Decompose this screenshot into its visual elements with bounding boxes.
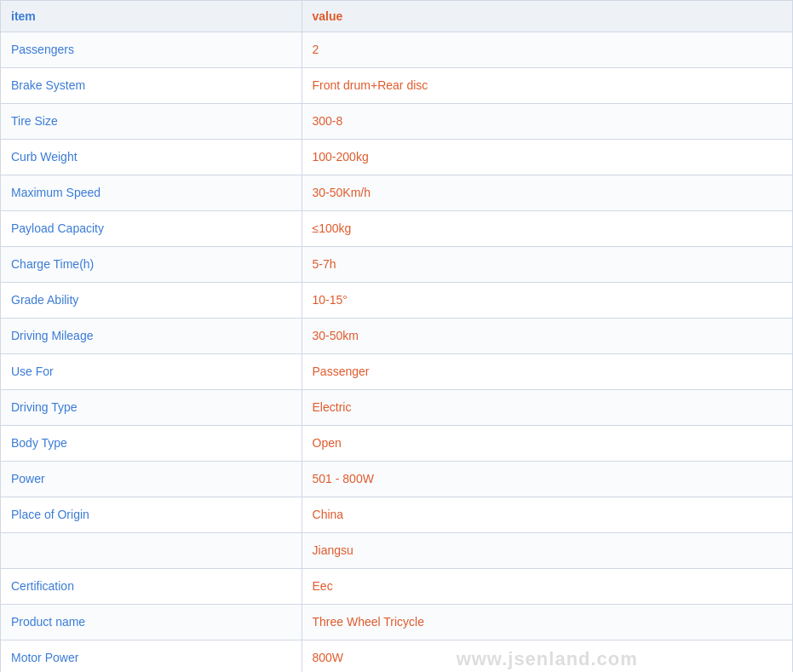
cell-item: Certification (1, 569, 302, 605)
cell-item: Passengers (1, 32, 302, 68)
cell-item: Place of Origin (1, 497, 302, 533)
cell-value: 30-50Km/h (302, 175, 792, 211)
cell-value: 2 (302, 32, 792, 68)
cell-value: 501 - 800W (302, 462, 792, 497)
table-row: Jiangsu (1, 533, 792, 569)
cell-item: Driving Type (1, 390, 302, 426)
table-row: Brake SystemFront drum+Rear disc (1, 68, 792, 104)
table-row: Driving Mileage30-50km (1, 319, 792, 354)
cell-item: Use For (1, 354, 302, 390)
cell-value: 30-50km (302, 319, 792, 354)
table-row: Product nameThree Wheel Tricycle (1, 605, 792, 640)
cell-value: Electric (302, 390, 792, 426)
cell-value: 100-200kg (302, 140, 792, 175)
cell-value: China (302, 497, 792, 533)
cell-value: 5-7h (302, 247, 792, 283)
table-row: Place of OriginChina (1, 497, 792, 533)
cell-item: Payload Capacity (1, 211, 302, 247)
cell-value-watermark: 800Wwww.jsenland.com (302, 640, 792, 673)
table-row: Use ForPassenger (1, 354, 792, 390)
table-row: Motor Power800Wwww.jsenland.com (1, 640, 792, 673)
cell-item: Driving Mileage (1, 319, 302, 354)
cell-value: Jiangsu (302, 533, 792, 569)
cell-item: Tire Size (1, 104, 302, 140)
table-row: Grade Ability10-15° (1, 283, 792, 319)
cell-item: Grade Ability (1, 283, 302, 319)
header-item: item (1, 1, 302, 32)
cell-value: 300-8 (302, 104, 792, 140)
cell-item: Maximum Speed (1, 175, 302, 211)
cell-item: Body Type (1, 426, 302, 462)
cell-item: Power (1, 462, 302, 497)
cell-value: Front drum+Rear disc (302, 68, 792, 104)
cell-value: Open (302, 426, 792, 462)
table-row: Driving TypeElectric (1, 390, 792, 426)
cell-item (1, 533, 302, 569)
table-row: Maximum Speed30-50Km/h (1, 175, 792, 211)
cell-value: Eec (302, 569, 792, 605)
spec-table-container: item value Passengers2Brake SystemFront … (0, 0, 793, 672)
spec-table: item value Passengers2Brake SystemFront … (1, 1, 792, 672)
header-value: value (302, 1, 792, 32)
cell-item: Charge Time(h) (1, 247, 302, 283)
cell-value: ≤100kg (302, 211, 792, 247)
table-row: Charge Time(h)5-7h (1, 247, 792, 283)
table-row: Tire Size300-8 (1, 104, 792, 140)
cell-item: Brake System (1, 68, 302, 104)
table-row: Payload Capacity≤100kg (1, 211, 792, 247)
watermark-text: www.jsenland.com (457, 644, 638, 672)
cell-value: 10-15° (302, 283, 792, 319)
cell-item: Product name (1, 605, 302, 640)
table-row: CertificationEec (1, 569, 792, 605)
cell-item: Motor Power (1, 640, 302, 673)
table-row: Body TypeOpen (1, 426, 792, 462)
cell-item: Curb Weight (1, 140, 302, 175)
table-row: Power501 - 800W (1, 462, 792, 497)
table-header-row: item value (1, 1, 792, 32)
cell-value: Three Wheel Tricycle (302, 605, 792, 640)
cell-value: Passenger (302, 354, 792, 390)
table-row: Passengers2 (1, 32, 792, 68)
table-row: Curb Weight100-200kg (1, 140, 792, 175)
